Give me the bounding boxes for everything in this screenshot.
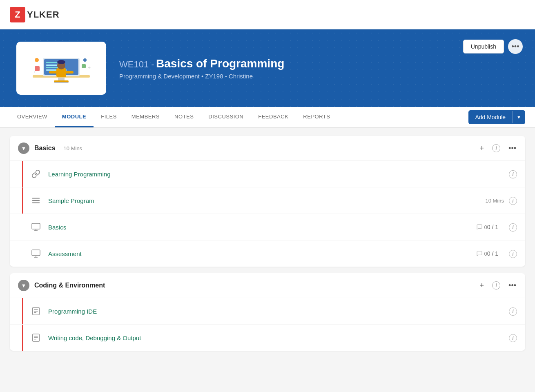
module-coding-title: Coding & Environment xyxy=(34,282,105,289)
module-basics: ▼ Basics 10 Mins + i ••• Learning Progra… xyxy=(10,136,525,267)
course-subtitle: Programming & Development • ZY198 - Chri… xyxy=(119,73,519,80)
item-programming-ide-info-button[interactable]: i xyxy=(509,307,517,316)
svg-rect-16 xyxy=(82,64,86,68)
svg-rect-24 xyxy=(32,223,40,229)
info-icon: i xyxy=(509,223,517,232)
module-coding-header: ▼ Coding & Environment + i ••• xyxy=(10,273,525,298)
svg-rect-9 xyxy=(54,80,69,82)
tab-members[interactable]: MEMBERS xyxy=(124,107,167,127)
course-banner: + + WE101 - Basics of Programming Progra… xyxy=(0,29,535,107)
course-thumbnail: + + xyxy=(16,42,106,95)
nav-tabs: OVERVIEW MODULE FILES MEMBERS NOTES DISC… xyxy=(0,107,535,128)
item-writing-code-title[interactable]: Writing code, Debugging & Output xyxy=(48,334,504,341)
item-assessment-title[interactable]: Assessment xyxy=(48,250,476,257)
logo-letter: Z xyxy=(10,7,25,22)
unpublish-button[interactable]: Unpublish xyxy=(463,40,504,53)
item-learning-programming-info-button[interactable]: i xyxy=(509,170,517,178)
module-coding-chevron[interactable]: ▼ xyxy=(18,280,29,291)
item-assessment-comment-count: 0 xyxy=(484,251,487,257)
logo: Z YLKER xyxy=(10,7,60,22)
main-content: ▼ Basics 10 Mins + i ••• Learning Progra… xyxy=(0,128,535,365)
tab-notes[interactable]: NOTES xyxy=(167,107,201,127)
module-basics-more-button[interactable]: ••• xyxy=(508,143,517,154)
tab-overview[interactable]: OVERVIEW xyxy=(10,107,55,127)
course-header-line: WE101 - Basics of Programming xyxy=(119,57,519,70)
lines-icon xyxy=(29,194,42,207)
module-coding-actions: + i ••• xyxy=(479,281,517,291)
monitor-icon xyxy=(29,220,42,234)
info-icon: i xyxy=(509,250,517,258)
module-coding-add-button[interactable]: + xyxy=(479,281,485,291)
item-basics-info-button[interactable]: i xyxy=(509,223,517,232)
course-title: Basics of Programming xyxy=(156,57,284,70)
tab-discussion[interactable]: DISCUSSION xyxy=(201,107,251,127)
item-sample-program-duration: 10 Mins xyxy=(485,198,504,204)
add-module-label: Add Module xyxy=(468,110,512,124)
svg-rect-10 xyxy=(56,68,66,77)
module-basics-duration: 10 Mins xyxy=(64,145,82,151)
list-item: Sample Program 10 Mins i xyxy=(10,187,525,214)
list-item: Assessment 0 0 / 1 i xyxy=(10,241,525,267)
svg-point-17 xyxy=(35,58,39,62)
item-learning-programming-title[interactable]: Learning Programming xyxy=(48,171,504,178)
info-icon: i xyxy=(509,334,517,342)
item-programming-ide-title[interactable]: Programming IDE xyxy=(48,308,504,315)
module-coding-environment: ▼ Coding & Environment + i ••• xyxy=(10,273,525,351)
item-red-bar xyxy=(22,187,23,214)
item-basics-score: 0 / 1 xyxy=(487,224,498,230)
tab-module[interactable]: MODULE xyxy=(55,107,94,127)
svg-rect-27 xyxy=(32,250,40,256)
svg-rect-5 xyxy=(46,62,58,63)
info-icon: i xyxy=(509,170,517,178)
list-item: Learning Programming i xyxy=(10,161,525,187)
module-basics-add-button[interactable]: + xyxy=(479,143,485,154)
item-assessment-comment: 0 xyxy=(476,250,487,257)
list-item: Basics 0 0 / 1 i xyxy=(10,214,525,241)
course-code: WE101 - xyxy=(119,59,154,69)
module-coding-more-button[interactable]: ••• xyxy=(508,281,517,291)
top-bar: Z YLKER xyxy=(0,0,535,29)
info-icon: i xyxy=(509,307,517,316)
more-options-button[interactable]: ••• xyxy=(508,39,523,54)
item-assessment-info-button[interactable]: i xyxy=(509,249,517,258)
item-red-bar xyxy=(22,161,23,187)
item-writing-code-info-button[interactable]: i xyxy=(509,334,517,342)
module-basics-header: ▼ Basics 10 Mins + i ••• xyxy=(10,136,525,161)
add-module-caret-icon: ▼ xyxy=(512,111,525,123)
list-item: Writing code, Debugging & Output i xyxy=(10,325,525,351)
svg-text:+: + xyxy=(88,65,91,71)
link-icon xyxy=(29,167,42,180)
module-basics-title: Basics xyxy=(34,145,56,152)
item-red-bar xyxy=(22,325,23,351)
svg-point-12 xyxy=(57,60,65,64)
monitor-icon xyxy=(29,247,42,260)
doc-icon xyxy=(29,305,42,318)
item-basics-comment-count: 0 xyxy=(484,224,487,230)
item-red-bar xyxy=(22,298,23,324)
list-item: Programming IDE i xyxy=(10,298,525,325)
module-basics-chevron[interactable]: ▼ xyxy=(18,143,29,154)
tab-reports[interactable]: REPORTS xyxy=(296,107,337,127)
module-basics-actions: + i ••• xyxy=(479,143,517,154)
tab-feedback[interactable]: FEEDBACK xyxy=(251,107,296,127)
add-module-button[interactable]: Add Module ▼ xyxy=(468,110,525,124)
doc-icon xyxy=(29,331,42,344)
item-sample-program-info-button[interactable]: i xyxy=(509,196,517,205)
svg-rect-14 xyxy=(65,71,74,74)
tab-files[interactable]: FILES xyxy=(94,107,124,127)
logo-name: YLKER xyxy=(27,9,60,20)
info-icon: i xyxy=(492,281,500,290)
module-coding-info-button[interactable]: i xyxy=(491,281,501,290)
module-basics-info-button[interactable]: i xyxy=(491,143,501,153)
item-basics-comment: 0 xyxy=(476,224,487,230)
svg-rect-13 xyxy=(49,71,57,74)
item-basics-title[interactable]: Basics xyxy=(48,224,476,231)
banner-actions: Unpublish ••• xyxy=(463,39,523,54)
svg-text:+: + xyxy=(33,70,36,74)
info-icon: i xyxy=(509,197,517,205)
course-info: WE101 - Basics of Programming Programmin… xyxy=(119,57,519,80)
info-icon: i xyxy=(492,144,500,152)
item-sample-program-title[interactable]: Sample Program xyxy=(48,197,481,204)
svg-point-18 xyxy=(83,58,87,62)
item-assessment-score: 0 / 1 xyxy=(487,250,498,257)
